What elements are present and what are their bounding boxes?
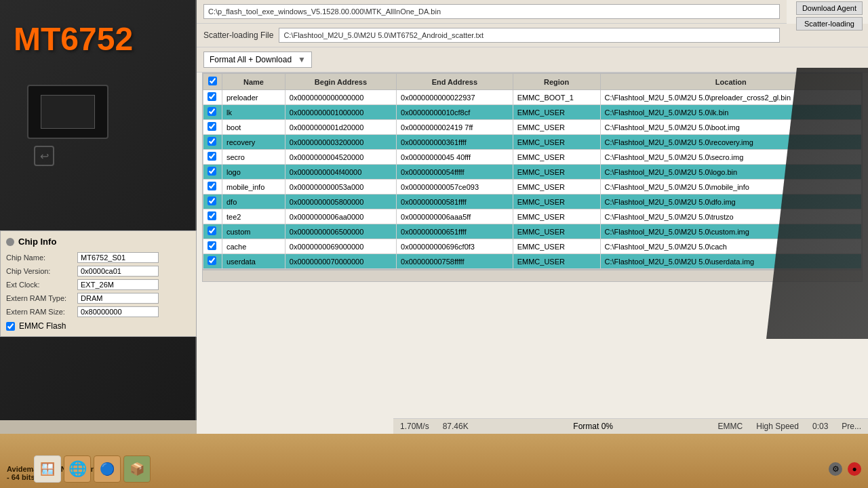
phone-back-button: ↩ [34, 146, 54, 166]
row-name: preloader [222, 90, 285, 105]
row-end: 0x000000000361ffff [397, 135, 513, 150]
row-checkbox-cell[interactable] [203, 254, 222, 269]
row-checkbox-cell[interactable] [203, 135, 222, 150]
row-checkbox[interactable] [208, 107, 216, 116]
row-checkbox[interactable] [208, 182, 216, 190]
row-region: EMMC_USER [513, 150, 600, 165]
table-row: logo0x0000000004f400000x00000000054fffff… [203, 165, 862, 180]
row-checkbox-cell[interactable] [203, 165, 222, 180]
row-region: EMMC_USER [513, 239, 600, 254]
chip-info-icon [6, 238, 14, 246]
row-checkbox-cell[interactable] [203, 120, 222, 135]
toolbar-row: Format All + Download ▼ [197, 47, 868, 73]
row-checkbox[interactable] [208, 167, 216, 176]
row-checkbox[interactable] [208, 92, 216, 101]
row-end: 0x0000000002419 7ff [397, 120, 513, 135]
row-checkbox-cell[interactable] [203, 105, 222, 120]
emmc-flash-checkbox[interactable] [6, 322, 15, 331]
dropdown-arrow-icon: ▼ [298, 55, 306, 64]
download-agent-button[interactable]: Download Agent [796, 1, 863, 15]
row-end: 0x000000000651ffff [397, 224, 513, 239]
row-checkbox[interactable] [208, 241, 216, 250]
row-region: EMMC_USER [513, 135, 600, 150]
chip-field-label: Chip Version: [6, 267, 77, 275]
select-all-checkbox[interactable] [208, 77, 217, 85]
row-begin: 0x0000000003200000 [285, 135, 396, 150]
taskbar-icon-app[interactable]: 📦 [123, 455, 151, 483]
row-region: EMMC_BOOT_1 [513, 90, 600, 105]
row-checkbox[interactable] [208, 152, 216, 161]
table-row: preloader0x00000000000000000x00000000000… [203, 90, 862, 105]
mt-logo: MT6752 [0, 0, 195, 78]
row-checkbox-cell[interactable] [203, 224, 222, 239]
table-body: preloader0x00000000000000000x00000000000… [203, 90, 862, 269]
taskbar-icon-chrome[interactable]: 🔵 [94, 455, 121, 483]
row-checkbox-cell[interactable] [203, 239, 222, 254]
row-checkbox-cell[interactable] [203, 90, 222, 105]
row-checkbox-cell[interactable] [203, 150, 222, 165]
device-panel: MT6752 ↩ [0, 0, 197, 420]
col-header-2: Begin Address [285, 74, 396, 90]
tray-icon-record[interactable]: ● [848, 462, 861, 476]
row-name: cache [222, 239, 285, 254]
row-begin: 0x0000000004f40000 [285, 165, 396, 180]
main-content: Download Agent Scatter-loading Scatter-l… [197, 0, 868, 488]
row-end: 0x000000000581ffff [397, 195, 513, 209]
row-name: mobile_info [222, 180, 285, 195]
row-name: logo [222, 165, 285, 180]
row-checkbox-cell[interactable] [203, 180, 222, 195]
taskbar-icon-start[interactable]: 🪟 [34, 455, 61, 483]
chip-info-field-row: Chip Name: MT6752_S01 [6, 252, 191, 263]
status-bar: 1.70M/s 87.46K Format 0% EMMC High Speed… [393, 418, 868, 434]
table-row: tee20x0000000006aa00000x0000000006aaa5ff… [203, 209, 862, 224]
chip-field-value: DRAM [77, 293, 159, 304]
row-begin: 0x0000000001000000 [285, 105, 396, 120]
taskbar-icons: 🪟 🌐 🔵 📦 [34, 455, 151, 483]
row-checkbox[interactable] [208, 137, 216, 146]
row-checkbox[interactable] [208, 211, 216, 220]
table-row: userdata0x00000000700000000x00000000758f… [203, 254, 862, 269]
row-begin: 0x0000000004520000 [285, 150, 396, 165]
taskbar-icon-ie[interactable]: 🌐 [64, 455, 91, 483]
row-name: userdata [222, 254, 285, 269]
row-end: 0x00000000010cf8cf [397, 105, 513, 120]
row-end: 0x0000000006aaa5ff [397, 209, 513, 224]
format-all-label: Format All + Download [210, 55, 292, 64]
row-checkbox-cell[interactable] [203, 195, 222, 209]
scatter-path-input[interactable] [279, 28, 780, 43]
chip-info-field-row: Chip Version: 0x0000ca01 [6, 266, 191, 277]
time-status: 0:03 [812, 422, 828, 431]
row-begin: 0x000000000053a000 [285, 180, 396, 195]
format-status: Format 0% [482, 422, 705, 431]
col-header-3: End Address [397, 74, 513, 90]
row-region: EMMC_USER [513, 224, 600, 239]
emmc-type-status: EMMC [718, 422, 743, 431]
row-region: EMMC_USER [513, 165, 600, 180]
partition-table: NameBegin AddressEnd AddressRegionLocati… [203, 73, 862, 269]
table-header-row: NameBegin AddressEnd AddressRegionLocati… [203, 74, 862, 90]
partition-table-container[interactable]: NameBegin AddressEnd AddressRegionLocati… [202, 73, 863, 270]
taskbar: Avidemax 2.0 - Neo Express - 64 bits 🪟 🌐… [0, 434, 868, 488]
format-all-dropdown[interactable]: Format All + Download ▼ [203, 52, 312, 68]
row-checkbox[interactable] [208, 197, 216, 205]
row-checkbox-cell[interactable] [203, 209, 222, 224]
row-name: recovery [222, 135, 285, 150]
chip-field-label: Extern RAM Size: [6, 308, 77, 316]
row-checkbox[interactable] [208, 122, 216, 131]
row-checkbox[interactable] [208, 256, 216, 265]
row-end: 0x0000000000022937 [397, 90, 513, 105]
scatter-loading-button[interactable]: Scatter-loading [796, 17, 863, 30]
row-checkbox[interactable] [208, 226, 216, 235]
table-row: mobile_info0x000000000053a0000x000000000… [203, 180, 862, 195]
row-end: 0x00000000045 40fff [397, 150, 513, 165]
row-begin: 0x0000000005800000 [285, 195, 396, 209]
system-tray: ⚙ ● [829, 462, 861, 476]
row-region: EMMC_USER [513, 195, 600, 209]
progress-bar-area [202, 270, 863, 282]
da-path-input[interactable] [203, 4, 780, 19]
tray-icon-settings[interactable]: ⚙ [829, 462, 842, 476]
row-begin: 0x0000000006aa0000 [285, 209, 396, 224]
row-name: boot [222, 120, 285, 135]
speed-status: 1.70M/s [400, 422, 429, 431]
row-end: 0x000000000057ce093 [397, 180, 513, 195]
